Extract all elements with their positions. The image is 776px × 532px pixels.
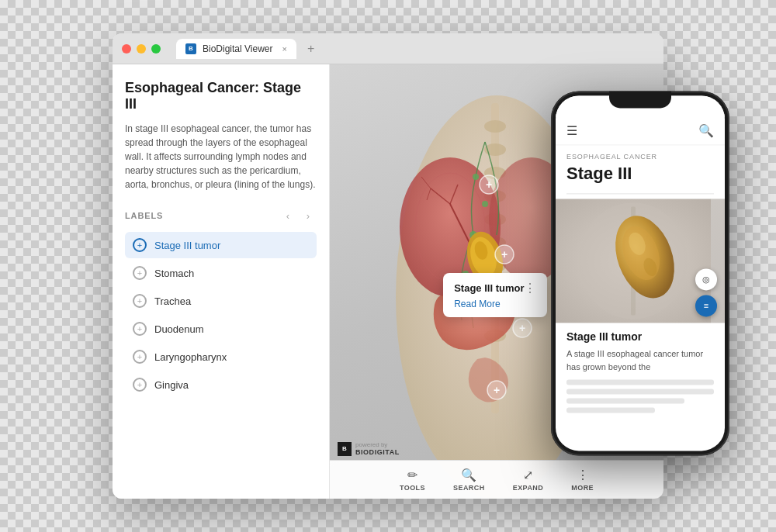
svg-text:+: +	[501, 248, 508, 261]
biodigital-logo: B	[338, 442, 352, 456]
brand-text: BIODIGITAL	[355, 448, 400, 456]
svg-text:+: +	[519, 322, 525, 334]
phone-3d-view[interactable]: ◎ ≡	[556, 199, 725, 323]
tab-icon: B	[185, 43, 196, 54]
browser-titlebar: B BioDigital Viewer × +	[113, 33, 663, 64]
text-line-3	[566, 398, 684, 403]
tooltip-read-more-link[interactable]: Read More	[454, 299, 500, 309]
phone-notch	[609, 91, 671, 108]
svg-point-2	[484, 120, 506, 133]
label-item-stage-iii-tumor[interactable]: + Stage III tumor	[125, 232, 317, 258]
text-line-4	[566, 407, 655, 413]
new-tab-button[interactable]: +	[307, 42, 314, 56]
minimize-button[interactable]	[137, 44, 146, 54]
mobile-phone: ☰ 🔍 ESOPHAGEAL CANCER Stage III	[551, 91, 729, 455]
phone-info-text: A stage III esophageal cancer tumor has …	[566, 347, 714, 373]
biodigital-watermark: B powered by BIODIGITAL	[338, 441, 400, 456]
label-item-icon: +	[133, 238, 147, 252]
phone-compass-button[interactable]: ◎	[695, 268, 717, 290]
text-line-1	[566, 379, 714, 385]
label-item-stomach[interactable]: + Stomach	[125, 260, 317, 286]
phone-category: ESOPHAGEAL CANCER	[566, 153, 714, 161]
label-item-icon: +	[133, 350, 147, 364]
nav-next-button[interactable]: ›	[300, 207, 317, 224]
svg-point-21	[482, 201, 488, 207]
more-icon: ⋮	[577, 468, 589, 482]
labels-nav: ‹ ›	[279, 207, 317, 224]
label-item-text: Duodenum	[154, 323, 204, 335]
sidebar: Esophageal Cancer: Stage III In stage II…	[113, 64, 330, 499]
phone-info-section: Stage III tumor A stage III esophageal c…	[556, 323, 725, 424]
tooltip-more-button[interactable]: ⋮	[524, 281, 536, 295]
tools-label: TOOLS	[400, 484, 425, 492]
labels-heading: LABELS	[125, 211, 163, 220]
toolbar-tools-button[interactable]: ✏ TOOLS	[386, 463, 439, 496]
label-item-trachea[interactable]: + Trachea	[125, 288, 317, 314]
phone-content-header: ESOPHAGEAL CANCER Stage III	[556, 145, 725, 188]
label-item-gingiva[interactable]: + Gingiva	[125, 371, 317, 398]
label-item-text: Trachea	[154, 295, 191, 307]
toolbar-more-button[interactable]: ⋮ MORE	[557, 463, 608, 496]
phone-info-title: Stage III tumor	[566, 330, 714, 343]
label-item-laryngopharynx[interactable]: + Laryngopharynx	[125, 344, 317, 370]
search-icon: 🔍	[461, 468, 476, 482]
phone-nav-bar: ☰ 🔍	[556, 117, 725, 145]
expand-icon: ⤢	[523, 468, 533, 482]
phone-divider	[566, 193, 714, 194]
tooltip-popup: Stage III tumor ⋮ Read More	[443, 273, 547, 317]
label-item-text: Gingiva	[154, 379, 189, 391]
powered-by-text: powered by	[355, 441, 400, 448]
label-item-text: Laryngopharynx	[154, 351, 227, 363]
phone-search-icon[interactable]: 🔍	[698, 123, 714, 138]
hamburger-icon[interactable]: ☰	[566, 123, 577, 138]
window-controls	[122, 44, 161, 54]
svg-text:+: +	[486, 178, 492, 191]
viewer-toolbar: ✏ TOOLS 🔍 SEARCH ⤢ EXPAND ⋮ MORE	[330, 460, 663, 499]
expand-label: EXPAND	[513, 484, 544, 492]
label-item-text: Stage III tumor	[154, 240, 220, 251]
browser-tab[interactable]: B BioDigital Viewer ×	[176, 39, 296, 59]
phone-screen: ☰ 🔍 ESOPHAGEAL CANCER Stage III	[556, 95, 725, 451]
phone-info-lines	[566, 379, 714, 413]
maximize-button[interactable]	[151, 44, 161, 54]
svg-text:+: +	[494, 384, 500, 396]
tab-label: BioDigital Viewer	[203, 43, 273, 54]
label-item-icon: +	[133, 322, 147, 336]
phone-content: ESOPHAGEAL CANCER Stage III	[556, 145, 725, 451]
phone-menu-button[interactable]: ≡	[695, 295, 717, 316]
toolbar-search-button[interactable]: 🔍 SEARCH	[439, 463, 499, 496]
toolbar-expand-button[interactable]: ⤢ EXPAND	[499, 463, 558, 496]
search-label: SEARCH	[453, 484, 485, 492]
phone-tumor-svg	[556, 199, 711, 323]
page-description: In stage III esophageal cancer, the tumo…	[125, 122, 317, 192]
svg-point-20	[473, 174, 479, 180]
page-title: Esophageal Cancer: Stage III	[125, 80, 317, 112]
more-label: MORE	[571, 484, 594, 492]
watermark-text: powered by BIODIGITAL	[355, 441, 400, 456]
label-item-icon: +	[133, 294, 147, 308]
text-line-2	[566, 389, 714, 394]
close-button[interactable]	[122, 44, 131, 54]
phone-title: Stage III	[566, 164, 714, 184]
tab-close-button[interactable]: ×	[282, 44, 287, 54]
nav-prev-button[interactable]: ‹	[279, 207, 296, 224]
tools-icon: ✏	[407, 468, 417, 482]
labels-header: LABELS ‹ ›	[125, 207, 317, 224]
label-item-icon: +	[133, 266, 147, 280]
phone-nav-overlay: ◎ ≡	[695, 268, 717, 316]
label-item-duodenum[interactable]: + Duodenum	[125, 316, 317, 342]
label-item-icon: +	[133, 378, 147, 392]
label-item-text: Stomach	[154, 268, 194, 279]
tooltip-title: Stage III tumor	[454, 282, 524, 294]
tooltip-header: Stage III tumor ⋮	[454, 281, 536, 295]
